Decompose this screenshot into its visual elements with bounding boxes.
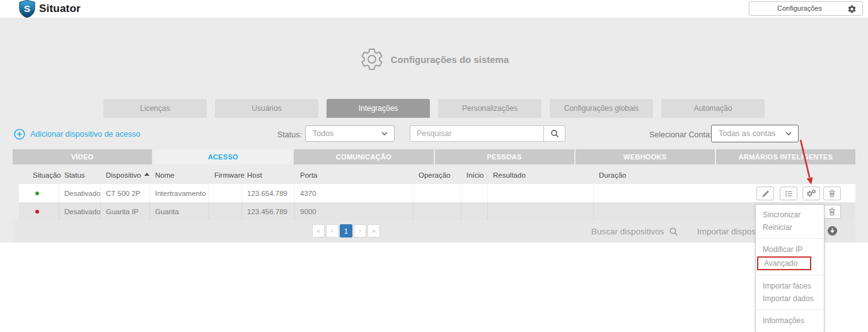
table-header: Situação Status Dispositivo Nome Firmwar…: [19, 166, 855, 184]
pagination-page-1-button[interactable]: 1: [340, 224, 352, 238]
search-devices-link[interactable]: Buscar dispositivos: [591, 227, 678, 236]
chevron-down-icon: [785, 132, 792, 135]
pagination-first-button[interactable]: «: [312, 224, 325, 238]
column-header-operacao[interactable]: Operação: [414, 171, 461, 179]
search-input[interactable]: [410, 125, 544, 142]
column-header-inicio[interactable]: Início: [461, 171, 488, 179]
account-select[interactable]: Todas as contas: [711, 125, 799, 142]
status-filter-label: Status:: [277, 130, 302, 139]
trash-icon: [828, 189, 836, 198]
host-cell: 123.654.789: [242, 184, 295, 202]
menu-group-info: Informações: [756, 309, 824, 327]
subtab-webhooks[interactable]: WEBHOOKS: [576, 149, 715, 164]
pagination-next-button[interactable]: ›: [354, 224, 366, 238]
tab-label: Personalizações: [462, 104, 518, 113]
device-log-button[interactable]: [780, 186, 797, 200]
subtab-acesso[interactable]: ACESSO: [153, 149, 292, 164]
porta-cell: 9000: [295, 202, 414, 220]
import-download-icon[interactable]: [827, 226, 838, 236]
tab-usuarios[interactable]: Usuários: [215, 99, 318, 118]
host-cell: 123.456.789: [242, 202, 295, 220]
column-header-porta[interactable]: Porta: [295, 171, 414, 179]
resultado-cell: [488, 184, 594, 202]
delete-device-button[interactable]: [823, 186, 841, 200]
tab-personalizacoes[interactable]: Personalizações: [438, 99, 541, 118]
plus-circle-icon: [14, 129, 25, 140]
chevron-down-icon: [381, 132, 388, 135]
subtab-video[interactable]: VÍDEO: [13, 149, 152, 164]
device-actions-button[interactable]: [802, 186, 820, 200]
nome-cell: Intertravamento: [150, 184, 209, 202]
integration-sub-tabs: VÍDEO ACESSO COMUNICAÇÃO PESSOAS WEBHOOK…: [13, 149, 855, 164]
column-header-resultado[interactable]: Resultado: [488, 171, 594, 179]
page-title-row: Configurações do sistema: [0, 45, 868, 73]
menu-item-avancado[interactable]: Avançado: [757, 256, 811, 270]
table-row-guarita[interactable]: Desativado Guarita IP Guarita 123.456.78…: [19, 202, 855, 220]
pagination-last-button[interactable]: »: [367, 224, 380, 238]
tab-automacao[interactable]: Automação: [661, 99, 765, 118]
tab-integracoes[interactable]: Integrações: [327, 99, 430, 118]
menu-item-sincronizar[interactable]: Sincronizar: [756, 209, 824, 221]
account-select-value: Todas as contas: [719, 125, 775, 142]
status-select[interactable]: Todos: [305, 125, 395, 142]
main-tabs: Licenças Usuários Integrações Personaliz…: [0, 99, 868, 118]
trash-icon: [828, 207, 836, 216]
menu-item-informacoes[interactable]: Informações: [756, 314, 824, 327]
pencil-icon: [761, 190, 770, 198]
subtab-pessoas[interactable]: PESSOAS: [435, 149, 574, 164]
menu-item-reiniciar[interactable]: Reiniciar: [756, 221, 824, 234]
pagination-prev-button[interactable]: ‹: [326, 224, 339, 238]
table-row-ct500[interactable]: Desativado CT 500 2P Intertravamento 123…: [19, 184, 855, 202]
tab-label: Licenças: [140, 104, 170, 113]
column-header-status[interactable]: Status: [59, 171, 101, 179]
page-title: Configurações do sistema: [391, 54, 509, 65]
dispositivo-cell: Guarita IP: [101, 202, 150, 220]
menu-group-config: Modificar IP Avançado: [756, 238, 824, 270]
add-access-device-link[interactable]: Adicionar dispositivo de acesso: [14, 129, 140, 140]
sort-ascending-icon: [144, 173, 149, 176]
situator-app: Situator Configurações Configurações do …: [0, 0, 868, 332]
subtab-armarios-inteligentes[interactable]: ARMÁRIOS INTELIGENTES: [716, 149, 855, 164]
edit-device-button[interactable]: [756, 186, 774, 200]
subtab-label: COMUNICAÇÃO: [336, 153, 391, 161]
tab-label: Usuários: [252, 104, 281, 113]
firmware-cell: [209, 202, 242, 220]
menu-item-modificar-ip[interactable]: Modificar IP: [756, 243, 824, 256]
status-select-value: Todos: [313, 126, 333, 141]
brand: Situator: [19, 0, 81, 18]
tab-label: Automação: [694, 104, 732, 113]
cogs-icon: [806, 189, 816, 198]
menu-item-importar-faces[interactable]: Importar faces: [756, 280, 824, 292]
menu-group-sync: Sincronizar Reiniciar: [756, 209, 824, 234]
column-header-nome[interactable]: Nome: [150, 171, 209, 179]
account-filter-label: Selecionar Conta:: [649, 130, 712, 139]
situacao-cell: [19, 202, 59, 220]
pagination: « ‹ 1 › »: [312, 224, 380, 238]
topbar: Situator Configurações: [0, 0, 868, 18]
column-header-host[interactable]: Host: [242, 171, 295, 179]
column-header-label: Dispositivo: [106, 171, 141, 179]
column-header-situacao[interactable]: Situação: [19, 171, 59, 179]
search-icon: [669, 227, 678, 236]
delete-device-button[interactable]: [823, 205, 841, 219]
search-button[interactable]: [543, 125, 565, 142]
operacao-cell: [414, 202, 461, 220]
subtab-comunicacao[interactable]: COMUNICAÇÃO: [294, 149, 433, 164]
menu-item-importar-dados[interactable]: Importar dados: [756, 292, 824, 305]
tab-licencas[interactable]: Licenças: [103, 99, 207, 118]
inicio-cell: [461, 202, 488, 220]
column-header-dispositivo[interactable]: Dispositivo: [101, 171, 150, 179]
subtab-label: ACESSO: [208, 153, 238, 161]
subtab-label: PESSOAS: [487, 153, 521, 161]
search-devices-label: Buscar dispositivos: [591, 227, 664, 236]
status-dot-online: [35, 192, 39, 195]
tab-label: Integrações: [359, 104, 398, 113]
device-actions-menu: Sincronizar Reiniciar Modificar IP Avanç…: [755, 204, 825, 332]
inicio-cell: [461, 184, 488, 202]
configurations-button[interactable]: Configurações: [749, 1, 863, 16]
resultado-cell: [488, 202, 594, 220]
column-header-duracao[interactable]: Duração: [594, 171, 855, 179]
tab-configuracoes-globais[interactable]: Configurações globais: [550, 99, 653, 118]
column-header-firmware[interactable]: Firmware: [209, 171, 242, 179]
tab-label: Configurações globais: [564, 104, 639, 113]
